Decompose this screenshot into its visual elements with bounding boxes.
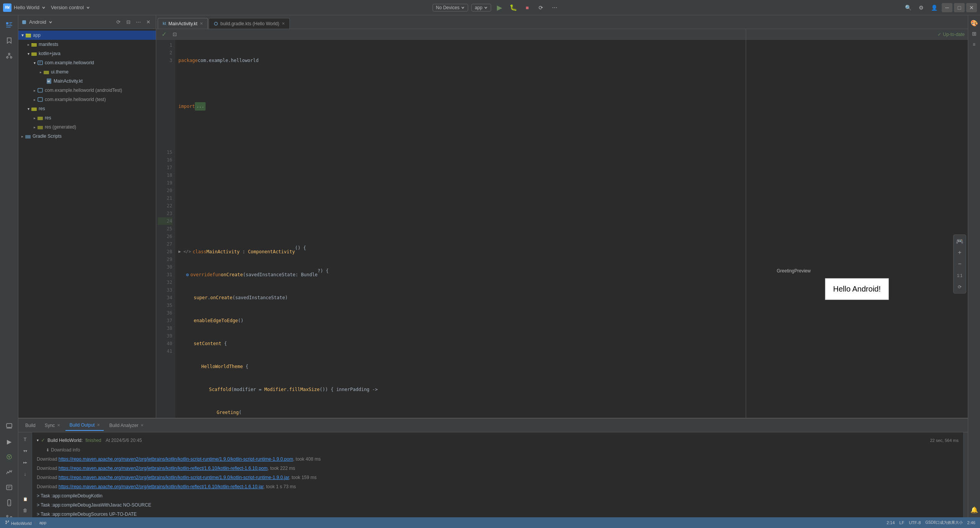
tab-kt-icon: kt <box>163 21 166 26</box>
svg-line-8 <box>7 55 9 57</box>
tab-build-output[interactable]: Build Output ✕ <box>65 420 104 431</box>
tab-build-gradle[interactable]: build.gradle.kts (Hello World) ✕ <box>209 18 290 29</box>
debug-button[interactable]: 🐛 <box>508 3 519 12</box>
tree-item-app[interactable]: ▾ app <box>18 31 156 40</box>
search-everywhere-button[interactable]: 🔍 <box>903 3 913 12</box>
title-bar: HW Hello World Version control No Device… <box>0 0 980 15</box>
tab-sync-close[interactable]: ✕ <box>57 423 60 427</box>
status-lf[interactable]: LF <box>899 520 904 525</box>
test-icon <box>37 96 43 103</box>
log-link-4[interactable]: https://repo.maven.apache.org/maven2/org… <box>59 484 264 489</box>
copy-output-btn[interactable]: 📋 <box>20 494 31 504</box>
more-actions-button[interactable]: ⋯ <box>549 3 560 12</box>
dots-button[interactable]: ⋯ <box>134 18 143 27</box>
run-config-selector[interactable]: app <box>471 4 491 11</box>
notifications-button[interactable]: 🔔 <box>970 505 979 514</box>
device-chevron-icon <box>461 6 465 10</box>
device-selector[interactable]: No Devices <box>433 4 468 11</box>
interactive-preview-button[interactable]: 🎮 <box>955 236 964 246</box>
bookmarks-button[interactable] <box>2 34 16 47</box>
tree-item-kotlin-java[interactable]: ▾ kotlin+java <box>18 49 156 58</box>
device-icon <box>6 499 13 506</box>
bottom-tabs: Build Sync ✕ Build Output ✕ Build Analyz… <box>18 419 968 432</box>
tab-build-output-close[interactable]: ✕ <box>97 423 100 427</box>
clear-output-btn[interactable]: 🗑 <box>20 505 31 516</box>
log-link-1[interactable]: https://repo.maven.apache.org/maven2/org… <box>59 456 293 462</box>
palette-button[interactable]: 🎨 <box>970 18 979 28</box>
tree-item-gradle-scripts[interactable]: ▸ Gradle Scripts <box>18 132 156 141</box>
filter-button[interactable]: T <box>20 434 31 445</box>
run-button[interactable]: ▶ <box>494 3 505 12</box>
component-tree-button[interactable]: ⊞ <box>970 29 979 38</box>
split-view-btn[interactable]: ⊡ <box>170 30 179 39</box>
tab-close-main-activity[interactable]: ✕ <box>200 21 203 26</box>
profiler-button[interactable] <box>2 465 16 479</box>
tab-main-activity[interactable]: kt MainActivity.kt ✕ <box>158 18 208 29</box>
tree-item-android-test[interactable]: ▸ com.example.helloworld (androidTest) <box>18 86 156 95</box>
tab-build[interactable]: Build <box>21 420 39 431</box>
android-icon <box>21 20 27 25</box>
right-icon-bar: 🎨 ⊞ ≡ 🔔 🔌 <box>968 15 980 528</box>
tab-build-analyzer-close[interactable]: ✕ <box>140 423 144 427</box>
log-link-3[interactable]: https://repo.maven.apache.org/maven2/org… <box>59 475 289 480</box>
maximize-button[interactable]: □ <box>954 3 965 12</box>
build-button[interactable] <box>2 419 16 433</box>
status-module: app <box>39 520 46 525</box>
build-scrollbar[interactable] <box>963 432 968 517</box>
sync-files-button[interactable]: ⟳ <box>114 18 123 27</box>
tab-sync[interactable]: Sync ✕ <box>41 420 64 431</box>
tree-item-res-sub[interactable]: ▸ res <box>18 113 156 122</box>
minimize-button[interactable]: ─ <box>942 3 952 12</box>
svg-rect-31 <box>44 71 49 74</box>
gradle-folder-icon <box>25 133 31 139</box>
run-manager-button[interactable]: ▶ <box>2 435 16 448</box>
profile-button[interactable]: 👤 <box>929 3 939 12</box>
sync-button[interactable]: ⟳ <box>536 3 546 12</box>
tree-item-mainactivity[interactable]: kt MainActivity.kt <box>18 77 156 86</box>
fit-button[interactable]: 1:1 <box>955 271 964 280</box>
status-line-col[interactable]: 2:14 <box>887 520 895 525</box>
zoom-out-button[interactable]: − <box>955 259 964 269</box>
version-control-chevron <box>86 6 90 10</box>
code-toolbar: ✓ ⊡ <box>156 29 746 40</box>
tree-item-manifests[interactable]: ▸ manifests <box>18 40 156 49</box>
status-encoding[interactable]: UTF-8 <box>909 520 921 525</box>
debug-manager-button[interactable] <box>2 450 16 464</box>
close-panel-button[interactable]: ✕ <box>144 18 153 27</box>
tree-item-res[interactable]: ▾ res <box>18 104 156 113</box>
bottom-content: T ▾▾ ▸▸ ↓ 📋 🗑 ▾ ✓ Build HelloWorld: fini… <box>18 432 968 517</box>
close-button[interactable]: ✕ <box>966 3 977 12</box>
ui-theme-folder-icon <box>43 69 49 75</box>
scroll-to-end-btn[interactable]: ↓ <box>20 468 31 479</box>
settings-button[interactable]: ⚙ <box>916 3 926 12</box>
zoom-in-button[interactable]: + <box>955 248 964 257</box>
tab-build-output-label: Build Output <box>69 422 95 428</box>
package-icon <box>37 60 43 66</box>
svg-rect-4 <box>6 27 11 28</box>
tree-item-res-generated[interactable]: ▸ res (generated) <box>18 122 156 132</box>
tab-label-build-gradle: build.gradle.kts (Hello World) <box>220 21 279 26</box>
collapse-all-button[interactable]: ⊟ <box>124 18 133 27</box>
tree-item-package[interactable]: ▾ com.example.helloworld <box>18 58 156 67</box>
attributes-button[interactable]: ≡ <box>970 40 979 49</box>
log-link-2[interactable]: https://repo.maven.apache.org/maven2/org… <box>59 466 268 471</box>
collapse-build-btn[interactable]: ▸▸ <box>20 457 31 468</box>
project-view-button[interactable] <box>2 18 16 32</box>
stop-button[interactable]: ■ <box>522 3 532 12</box>
panel-header: Android ⟳ ⊟ ⋯ ✕ <box>18 15 156 29</box>
tree-label-gradle-scripts: Gradle Scripts <box>33 134 62 139</box>
expand-all-btn[interactable]: ▾▾ <box>20 445 31 456</box>
status-project[interactable]: HelloWorld <box>5 520 32 526</box>
tree-item-ui-theme[interactable]: ▸ ui.theme <box>18 67 156 77</box>
refresh-preview-button[interactable]: ⟳ <box>955 282 964 292</box>
structure-button[interactable] <box>2 49 16 63</box>
svg-text:kt: kt <box>47 80 50 83</box>
device-explorer-button[interactable] <box>2 496 16 510</box>
tab-build-analyzer[interactable]: Build Analyzer ✕ <box>105 420 147 431</box>
logcat-button[interactable] <box>2 481 16 494</box>
title-bar-left: HW Hello World Version control <box>3 3 90 12</box>
check-icon-btn[interactable]: ✓ <box>159 30 168 39</box>
tab-close-build-gradle[interactable]: ✕ <box>282 21 285 26</box>
tree-label-res: res <box>39 106 45 111</box>
tree-item-test[interactable]: ▸ com.example.helloworld (test) <box>18 95 156 104</box>
